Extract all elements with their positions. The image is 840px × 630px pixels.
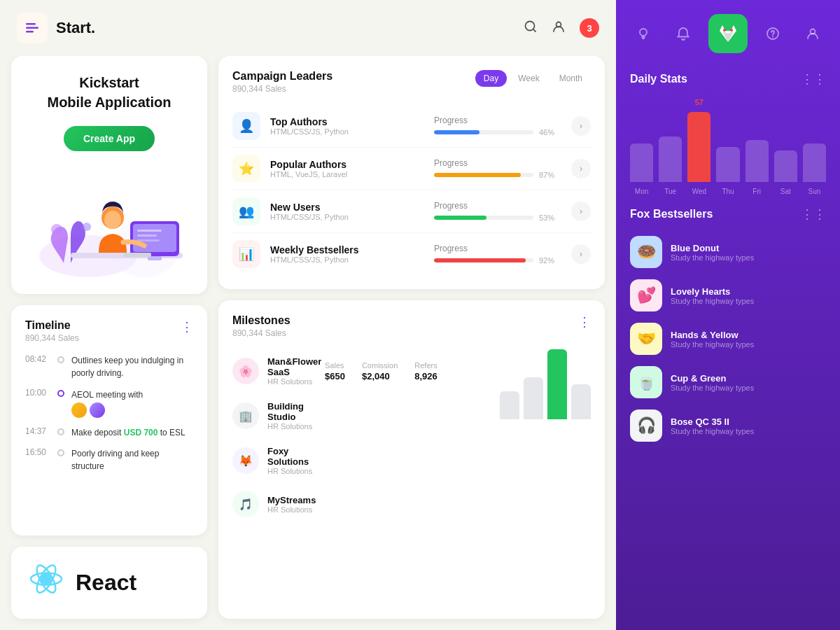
- react-logo-icon: [28, 561, 64, 605]
- progress-label: Progress: [434, 115, 560, 125]
- notification-badge[interactable]: 3: [580, 18, 599, 38]
- timeline-items: 08:42 Outlines keep you indulging in poo…: [25, 354, 193, 472]
- leader-arrow[interactable]: ›: [571, 116, 591, 136]
- panel-icon-fox[interactable]: [708, 14, 748, 53]
- leader-info: Popular Authors HTML, VueJS, Laravel: [270, 159, 434, 178]
- leader-info: New Users HTML/CSS/JS, Python: [270, 202, 434, 221]
- bestseller-item[interactable]: 💕 Lovely Hearts Study the highway types: [630, 274, 826, 317]
- timeline-menu-icon[interactable]: ⋮: [181, 319, 193, 335]
- progress-label: Progress: [434, 244, 560, 253]
- milestone-chart: [479, 349, 591, 425]
- tl-time-2: 10:00: [25, 388, 50, 398]
- avatar-2: [90, 402, 105, 418]
- progress-bar: [434, 130, 533, 134]
- user-icon[interactable]: [552, 20, 566, 37]
- milestone-menu-icon[interactable]: ⋮: [578, 314, 591, 330]
- svg-point-28: [772, 36, 774, 38]
- bestseller-item[interactable]: 🎧 Bose QC 35 II Study the highway types: [630, 404, 826, 447]
- milestone-bar: [547, 349, 567, 419]
- bestseller-item[interactable]: 🍩 Blue Donut Study the highway types: [630, 230, 826, 274]
- progress-fill: [434, 258, 526, 262]
- create-app-button[interactable]: Create App: [64, 126, 155, 151]
- chart-bar-wrap: [803, 98, 826, 182]
- milestone-row: 🦊 Foxy Solutions HR Solutions: [232, 439, 479, 482]
- progress-bar-wrap: 92%: [434, 256, 560, 265]
- bs-info: Bose QC 35 II Study the highway types: [671, 416, 754, 435]
- ms-commission-col: Comission $2,040: [362, 361, 398, 382]
- leader-arrow[interactable]: ›: [571, 202, 591, 221]
- period-tabs: Day Week Month: [475, 70, 591, 87]
- react-card: React: [11, 547, 207, 619]
- bestseller-item[interactable]: 🍵 Cup & Green Study the highway types: [630, 360, 826, 404]
- timeline-item: 14:37 Make deposit USD 700 to ESL: [25, 426, 193, 439]
- search-icon[interactable]: [524, 20, 538, 37]
- right-panel: Daily Stats ⋮⋮ 57 MonTueWedThuFriSatSun …: [616, 0, 840, 630]
- leader-arrow[interactable]: ›: [571, 244, 591, 264]
- bs-thumbnail: 🎧: [630, 410, 662, 442]
- daily-chart: 57: [630, 98, 826, 182]
- svg-rect-16: [137, 239, 160, 241]
- timeline-header: Timeline 890,344 Sales ⋮: [25, 319, 193, 343]
- chart-peak-label: 57: [695, 98, 704, 106]
- progress-pct: 53%: [539, 214, 560, 222]
- tl-time-1: 08:42: [25, 354, 50, 364]
- tab-month[interactable]: Month: [551, 70, 591, 87]
- campaign-title: Campaign Leaders: [232, 70, 332, 83]
- bestsellers-title: Fox Bestsellers: [630, 208, 713, 220]
- tl-avatars: [71, 402, 143, 418]
- chart-day-label: Sat: [774, 188, 797, 195]
- svg-point-9: [83, 223, 91, 231]
- progress-label: Progress: [434, 201, 560, 211]
- panel-top-icons: [616, 0, 840, 60]
- bestseller-item[interactable]: 🤝 Hands & Yellow Study the highway types: [630, 317, 826, 360]
- milestone-row: 🎵 MyStreams HR Solutions: [232, 484, 479, 524]
- milestone-list: 🌸 Man&Flower SaaS HR Solutions Sales $65…: [232, 349, 479, 524]
- panel-icon-bell[interactable]: [668, 18, 699, 49]
- timeline-item: 10:00 AEOL meeting with: [25, 388, 193, 418]
- svg-rect-19: [123, 253, 151, 257]
- milestone-icon: 🦊: [232, 447, 259, 474]
- tl-time-3: 14:37: [25, 426, 50, 436]
- bestsellers-section: Fox Bestsellers ⋮⋮ 🍩 Blue Donut Study th…: [616, 206, 840, 630]
- svg-rect-1: [26, 27, 38, 29]
- milestones-card: Milestones 890,344 Sales ⋮ 🌸 Man&Flower …: [218, 300, 605, 619]
- progress-fill: [434, 216, 486, 220]
- panel-icon-question[interactable]: [757, 18, 788, 49]
- tab-week[interactable]: Week: [510, 70, 547, 87]
- svg-point-8: [51, 224, 62, 235]
- chart-day-label: Sun: [803, 188, 826, 195]
- campaign-subtitle: 890,344 Sales: [232, 84, 332, 94]
- leader-tech: HTML/CSS/JS, Python: [270, 255, 434, 264]
- daily-stats-header: Daily Stats ⋮⋮: [630, 71, 826, 87]
- kickstart-title: Kickstart Mobile Application: [25, 73, 193, 112]
- daily-stats-menu[interactable]: ⋮⋮: [801, 71, 826, 87]
- tl-dot-2: [57, 390, 64, 397]
- leader-name: New Users: [270, 202, 434, 213]
- react-label: React: [76, 570, 136, 596]
- svg-point-18: [104, 211, 121, 229]
- leader-tech: HTML, VueJS, Laravel: [270, 170, 434, 178]
- leader-arrow[interactable]: ›: [571, 159, 591, 178]
- tab-day[interactable]: Day: [475, 70, 507, 87]
- chart-bar: [803, 144, 826, 182]
- bestsellers-menu[interactable]: ⋮⋮: [801, 206, 826, 222]
- panel-icon-lightbulb[interactable]: [628, 18, 659, 49]
- leader-row: 📊 Weekly Bestsellers HTML/CSS/JS, Python…: [232, 233, 591, 275]
- milestone-icon: 🎵: [232, 491, 259, 517]
- ms-sales-col: Sales $650: [325, 361, 345, 382]
- milestone-info: MyStreams HR Solutions: [267, 495, 325, 514]
- chart-bar-wrap: [774, 98, 797, 182]
- leader-progress: Progress 46%: [434, 115, 560, 136]
- leader-tech: HTML/CSS/JS, Python: [270, 213, 434, 221]
- tl-text-2: AEOL meeting with: [71, 388, 143, 418]
- svg-rect-14: [137, 230, 162, 232]
- leader-icon: 📊: [232, 240, 260, 268]
- chart-bar-wrap: 57: [687, 98, 710, 182]
- bestsellers-header: Fox Bestsellers ⋮⋮: [630, 206, 826, 222]
- logo-icon: [17, 13, 48, 43]
- leader-progress: Progress 92%: [434, 244, 560, 265]
- panel-icon-user[interactable]: [797, 18, 828, 49]
- campaign-card: Campaign Leaders 890,344 Sales Day Week …: [218, 56, 605, 289]
- milestone-info: Building Studio HR Solutions: [267, 401, 325, 430]
- bs-thumbnail: 🍵: [630, 366, 662, 398]
